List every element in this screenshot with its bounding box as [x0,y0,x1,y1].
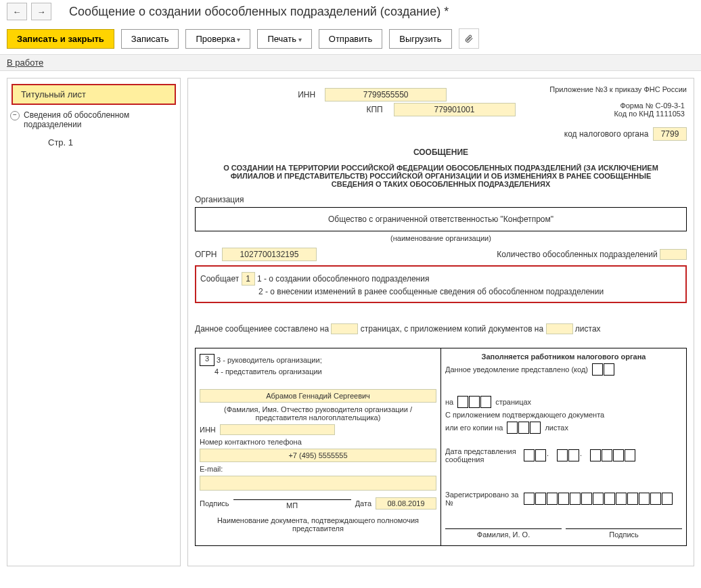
signer-column: 3 3 - руководитель организации; 4 - пред… [195,348,440,546]
reports-field[interactable]: 1 [242,272,255,286]
sign-label: Подпись [200,499,229,507]
doc-name-caption: Наименование документа, подтверждающего … [200,516,436,533]
export-button[interactable]: Выгрузить [389,29,451,49]
form-number: Форма № С-09-3-1 [614,101,685,110]
expander-icon[interactable]: − [10,111,20,120]
appendix-label: Приложение №3 к приказу ФНС России [549,85,687,93]
signer-text-2: 4 - представитель организации [200,367,436,376]
sidebar: Титульный лист − Сведения об обособленно… [7,78,181,566]
form-title-2: О СОЗДАНИИ НА ТЕРРИТОРИИ РОССИЙСКОЙ ФЕДЕ… [195,164,687,188]
right-copy-a: или его копии на [445,424,503,432]
org-name-box[interactable]: Общество с ограниченной ответственностью… [195,207,687,231]
inn-field[interactable]: 7799555550 [325,88,447,101]
sidebar-item-details[interactable]: − Сведения об обособленном подразделении [7,106,180,133]
count-field[interactable] [660,249,687,260]
taxcode-label: код налогового органа [564,129,649,139]
reports-label: Сообщает [200,274,239,284]
right-fio-caption: Фамилия, И. О. [445,530,562,539]
kpp-label: КПП [367,105,394,114]
inn2-field[interactable] [220,424,335,435]
right-date-label: Дата представления сообщения [445,447,520,463]
sidebar-item-title-page[interactable]: Титульный лист [12,84,176,105]
pages-field-2[interactable] [546,323,573,334]
inn2-label: ИНН [200,426,216,434]
send-button[interactable]: Отправить [319,29,382,49]
right-pages-boxes [457,396,491,408]
right-reg-label: Зарегистрировано за № [445,491,520,507]
save-close-button[interactable]: Записать и закрыть [7,29,114,49]
inn-label: ИНН [298,90,325,99]
nav-forward-button[interactable]: → [31,3,51,20]
signer-text-1: 3 - руководитель организации; [217,356,322,364]
fio-field[interactable]: Абрамов Геннадий Сергеевич [200,389,436,403]
taxcode-field[interactable]: 7799 [653,127,687,141]
signer-code-field[interactable]: 3 [200,354,214,366]
count-label: Количество обособленных подразделений [497,250,657,259]
org-label: Организация [195,195,687,204]
mp-label: МП [233,501,351,510]
right-date-boxes: .. [524,449,635,461]
print-button[interactable]: Печать [257,29,311,49]
save-button[interactable]: Записать [121,29,179,49]
ogrn-label: ОГРН [195,250,222,259]
right-reg-boxes [524,493,673,505]
knd-code: Код по КНД 1111053 [614,110,685,118]
tax-worker-column: Заполняется работником налогового органа… [440,348,687,546]
email-field[interactable] [200,476,436,491]
right-code-boxes [592,363,614,376]
right-code-label: Данное уведомление представлено (код) [445,365,588,374]
pages-label-2: страницах, с приложением копий документо… [361,324,543,334]
reports-section: Сообщает 1 1 - о создании обособленного … [195,265,687,303]
form-content: Приложение №3 к приказу ФНС России ИНН 7… [187,78,694,566]
window-title: Сообщение о создании обособленных подраз… [69,5,449,19]
pages-label-1: Данное сообщениее составлено на [195,324,329,334]
date-label: Дата [355,499,371,507]
email-label: E-mail: [200,465,436,473]
ogrn-field[interactable]: 1027700132195 [222,248,317,261]
form-title-1: СООБЩЕНИЕ [195,148,687,157]
nav-back-button[interactable]: ← [7,3,27,20]
check-button[interactable]: Проверка [185,29,250,49]
right-sign-caption: Подпись [566,530,682,539]
kpp-field[interactable]: 779901001 [394,103,516,116]
attachment-icon[interactable] [459,28,479,49]
org-caption: (наименование организации) [195,234,687,242]
right-copy-boxes [507,422,541,434]
reports-text-2: 2 - о внесении изменений в ранее сообщен… [258,287,604,296]
right-attach-label: С приложением подтверждающего документа [445,411,682,419]
right-pages-a: на [445,398,453,406]
date-field[interactable]: 08.08.2019 [376,497,436,510]
right-pages-b: страницах [495,398,531,406]
phone-field[interactable]: +7 (495) 5555555 [200,449,436,462]
right-copy-b: листах [545,424,568,432]
reports-text-1: 1 - о создании обособленного подразделен… [257,274,430,284]
pages-field-1[interactable] [331,323,358,334]
phone-label: Номер контактного телефона [200,438,436,446]
sidebar-item-page1[interactable]: Стр. 1 [7,133,180,152]
status-link[interactable]: В работе [7,58,43,68]
fio-caption: (Фамилия, Имя. Отчество руководителя орг… [200,405,436,422]
pages-label-3: листах [575,324,601,334]
right-title: Заполняется работником налогового органа [445,353,682,361]
